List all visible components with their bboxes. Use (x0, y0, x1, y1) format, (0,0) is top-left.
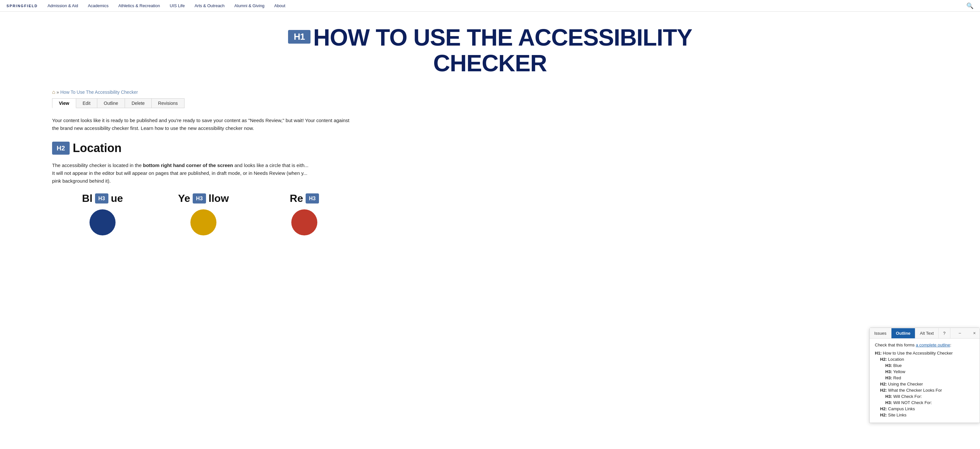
hero-section: H1HOW TO USE THE ACCESSIBILITYCHECKER (0, 12, 980, 86)
blue-circle (89, 209, 116, 236)
nav-athletics[interactable]: Athletics & Recreation (118, 3, 160, 8)
red-heading: Re H3 (254, 190, 355, 207)
navbar: SPRINGFIELD Admission & Aid Academics At… (0, 0, 980, 12)
nav-arts[interactable]: Arts & Outreach (195, 3, 224, 8)
yellow-heading: Ye H3 llow (153, 190, 254, 207)
breadcrumb-separator: » (57, 89, 60, 95)
color-row: Bl H3 ue Ye H3 llow Re H3 (52, 190, 355, 236)
tab-view[interactable]: View (52, 98, 76, 108)
nav-admission[interactable]: Admission & Aid (48, 3, 78, 8)
tab-revisions[interactable]: Revisions (152, 98, 185, 108)
content-tabs: View Edit Outline Delete Revisions (0, 98, 980, 108)
h3-badge-yellow: H3 (192, 193, 206, 204)
main-content: Your content looks like it is ready to b… (0, 113, 407, 239)
red-circle (291, 209, 317, 236)
breadcrumb-current[interactable]: How To Use The Accessibility Checker (60, 89, 138, 95)
brand-logo: SPRINGFIELD (6, 4, 38, 8)
color-col-blue: Bl H3 ue (52, 190, 153, 236)
color-col-red: Re H3 (254, 190, 355, 236)
h3-badge-blue: H3 (95, 193, 108, 204)
tab-edit[interactable]: Edit (76, 98, 97, 108)
nav-links: Admission & Aid Academics Athletics & Re… (48, 3, 966, 8)
nav-about[interactable]: About (274, 3, 285, 8)
color-col-yellow: Ye H3 llow (153, 190, 254, 236)
tab-outline[interactable]: Outline (97, 98, 125, 108)
search-icon[interactable]: 🔍 (966, 2, 974, 10)
home-icon[interactable]: ⌂ (52, 89, 55, 95)
blue-heading: Bl H3 ue (52, 190, 153, 207)
location-heading-text: Location (73, 139, 122, 158)
h1-badge: H1 (288, 30, 311, 44)
nav-uis-life[interactable]: UIS Life (170, 3, 185, 8)
breadcrumb: ⌂ » How To Use The Accessibility Checker (0, 86, 980, 98)
page-title: H1HOW TO USE THE ACCESSIBILITYCHECKER (288, 25, 692, 76)
nav-alumni[interactable]: Alumni & Giving (234, 3, 264, 8)
location-paragraph: The accessibility checker is located in … (52, 161, 355, 185)
yellow-circle (190, 209, 216, 236)
intro-paragraph: Your content looks like it is ready to b… (52, 116, 355, 132)
location-heading: H2 Location (52, 139, 355, 158)
h3-badge-red: H3 (305, 193, 319, 204)
tab-delete[interactable]: Delete (125, 98, 151, 108)
h2-badge: H2 (52, 142, 70, 154)
nav-academics[interactable]: Academics (88, 3, 109, 8)
